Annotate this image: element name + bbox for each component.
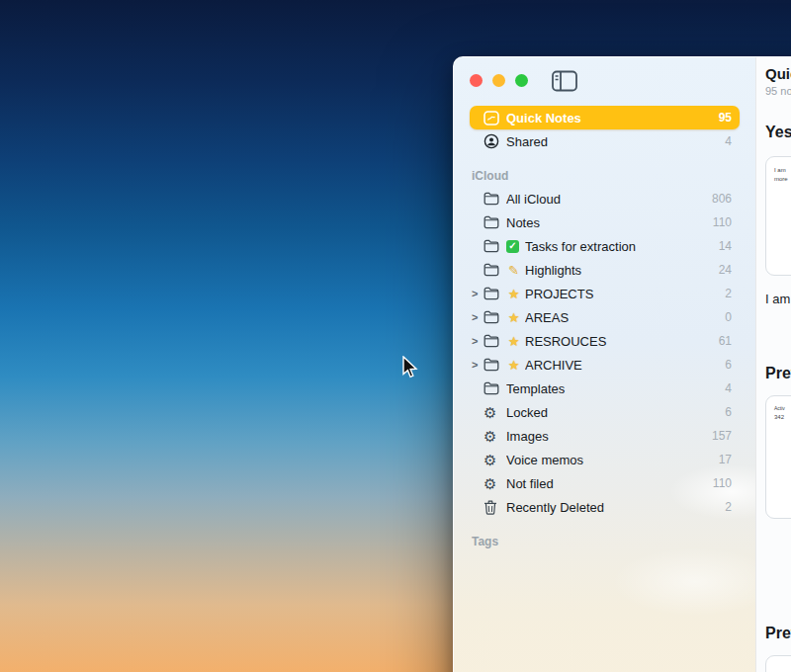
sidebar-item-recently-deleted[interactable]: Recently Deleted2 <box>470 495 740 519</box>
notes-panel-title: Quick Notes <box>765 65 791 82</box>
item-count-badge: 95 <box>719 111 732 125</box>
minimize-button[interactable] <box>492 74 505 87</box>
folder-icon <box>483 238 500 254</box>
quick-note-icon <box>483 110 500 126</box>
folder-icon <box>483 191 500 207</box>
sidebar-item-projects[interactable]: >★PROJECTS2 <box>470 282 740 305</box>
sidebar-item-label: Voice memos <box>506 453 719 467</box>
folder-icon <box>483 380 500 396</box>
note-preview-line: Activ <box>774 405 791 413</box>
note-preview-line: more <box>774 175 791 184</box>
item-count-badge: 24 <box>719 263 732 277</box>
group-heading-yesterday: Yesterday <box>765 124 791 141</box>
sidebar-item-not-filed[interactable]: ⚙Not filed110 <box>470 471 740 495</box>
item-count-badge: 110 <box>713 476 732 490</box>
folder-icon <box>483 333 500 349</box>
item-count-badge: 4 <box>725 381 732 395</box>
sidebar-item-label: Recently Deleted <box>506 500 725 515</box>
sidebar-item-label: RESROUCES <box>525 334 719 349</box>
item-count-badge: 157 <box>712 429 732 443</box>
desktop-background: Quick Notes 95 Shared 4 <box>0 0 791 672</box>
sidebar-item-label: Not filed <box>506 476 713 491</box>
chevron-right-icon[interactable]: > <box>472 360 483 371</box>
section-header-icloud: iCloud <box>472 169 740 185</box>
item-count-badge: 806 <box>712 192 732 206</box>
chevron-right-icon[interactable]: > <box>472 312 483 323</box>
sidebar-item-shared[interactable]: Shared 4 <box>470 129 740 153</box>
sidebar-item-voice-memos[interactable]: ⚙Voice memos17 <box>470 448 740 471</box>
note-card[interactable] <box>765 655 791 672</box>
note-card[interactable]: I am more <box>765 156 791 276</box>
notes-list-panel: Quick Notes 95 notes Yesterday I am more… <box>755 57 791 672</box>
folder-icon <box>483 357 500 373</box>
folder-icon <box>483 262 500 278</box>
item-count-badge: 110 <box>713 215 732 229</box>
item-count-badge: 6 <box>725 405 732 419</box>
smart-folder-gear-icon: ⚙ <box>483 475 500 491</box>
sidebar-item-highlights[interactable]: ✎Highlights24 <box>470 258 740 282</box>
sidebar: Quick Notes 95 Shared 4 <box>454 57 755 672</box>
note-card[interactable]: Activ 342 <box>765 395 791 519</box>
item-count-badge: 17 <box>719 453 732 466</box>
item-count-badge: 4 <box>725 134 732 148</box>
section-header-tags: Tags <box>472 535 740 550</box>
item-count-badge: 2 <box>725 500 732 514</box>
sidebar-item-label: Quick Notes <box>506 111 719 126</box>
folder-icon <box>483 214 500 230</box>
star-icon: ★ <box>508 358 520 373</box>
item-count-badge: 6 <box>725 358 732 372</box>
sidebar-item-areas[interactable]: >★AREAS0 <box>470 305 740 329</box>
note-title: I am <box>765 292 791 306</box>
sidebar-item-all-icloud[interactable]: All iCloud806 <box>470 187 740 210</box>
folder-icon <box>483 286 500 301</box>
item-count-badge: 0 <box>725 310 732 324</box>
sidebar-item-label: Tasks for extraction <box>525 239 719 254</box>
sidebar-item-images[interactable]: ⚙Images157 <box>470 424 740 448</box>
writing-pen-icon: ✎ <box>508 263 519 278</box>
traffic-lights <box>470 74 528 87</box>
group-heading-previous-7-days: Previous 7 Days <box>765 365 791 382</box>
sidebar-item-tasks-for-extraction[interactable]: ✓Tasks for extraction14 <box>470 234 740 258</box>
item-count-badge: 14 <box>719 239 732 253</box>
item-count-badge: 61 <box>719 334 732 348</box>
smart-folder-gear-icon: ⚙ <box>483 452 500 467</box>
star-icon: ★ <box>508 334 520 349</box>
sidebar-item-resrouces[interactable]: >★RESROUCES61 <box>470 329 740 353</box>
group-heading-previous-30-days: Previous 30 Days <box>765 625 791 642</box>
sidebar-toggle-icon[interactable] <box>552 70 577 96</box>
sidebar-item-label: Images <box>506 429 712 444</box>
note-preview-line: 342 <box>774 413 791 422</box>
star-icon: ★ <box>508 287 520 301</box>
folder-icon <box>483 309 500 325</box>
note-preview-line: I am <box>774 166 791 175</box>
smart-folder-gear-icon: ⚙ <box>483 404 500 420</box>
sidebar-item-label: Shared <box>506 134 725 149</box>
sidebar-item-quick-notes[interactable]: Quick Notes 95 <box>470 106 740 129</box>
sidebar-item-locked[interactable]: ⚙Locked6 <box>470 400 740 424</box>
sidebar-item-templates[interactable]: Templates4 <box>470 377 740 400</box>
notes-app-window: Quick Notes 95 Shared 4 <box>453 56 791 672</box>
chevron-right-icon[interactable]: > <box>472 336 483 347</box>
sidebar-item-label: Locked <box>506 405 725 420</box>
star-icon: ★ <box>508 310 520 325</box>
sidebar-item-label: ARCHIVE <box>525 358 725 373</box>
sidebar-item-notes[interactable]: Notes110 <box>470 210 740 234</box>
sidebar-item-label: Notes <box>506 215 713 230</box>
sidebar-item-label: All iCloud <box>506 192 712 207</box>
window-titlebar[interactable] <box>454 57 755 106</box>
mouse-cursor <box>401 356 418 383</box>
sidebar-item-label: Templates <box>506 381 725 396</box>
shared-person-icon <box>483 133 500 149</box>
zoom-button[interactable] <box>515 74 528 87</box>
check-icon: ✓ <box>506 240 519 253</box>
notes-panel-count: 95 notes <box>765 85 791 97</box>
sidebar-item-label: PROJECTS <box>525 287 725 301</box>
smart-folder-gear-icon: ⚙ <box>483 428 500 444</box>
sidebar-item-label: Highlights <box>525 263 719 278</box>
chevron-right-icon[interactable]: > <box>472 289 483 299</box>
item-count-badge: 2 <box>725 287 732 300</box>
sidebar-item-label: AREAS <box>525 310 725 325</box>
sidebar-item-archive[interactable]: >★ARCHIVE6 <box>470 353 740 377</box>
close-button[interactable] <box>470 74 483 87</box>
trash-icon <box>483 499 500 515</box>
